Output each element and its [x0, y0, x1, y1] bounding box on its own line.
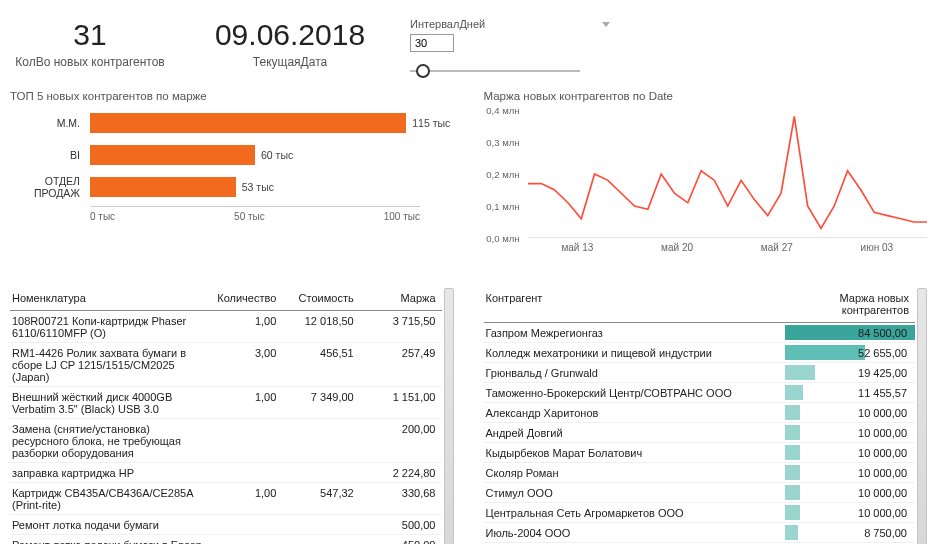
y-tick: 0,4 млн — [486, 105, 519, 116]
x-tick: май 27 — [761, 242, 793, 260]
table-row[interactable]: RM1-4426 Ролик захвата бумаги в сборе LJ… — [10, 343, 442, 387]
cell-margin: 10 000,00 — [785, 443, 915, 463]
card-new-counterparties: 31 КолВо новых контрагентов — [10, 18, 170, 69]
cell-margin: 10 000,00 — [785, 403, 915, 423]
table-row[interactable]: Июль-2004 ООО8 750,00 — [484, 523, 916, 543]
cell-counterparty: Александр Харитонов — [484, 403, 785, 423]
cell-counterparty: Таможенно-Брокерский Центр/СОВТРАНС ООО — [484, 383, 785, 403]
card-current-date: 09.06.2018 ТекущаяДата — [210, 18, 370, 69]
cell-cost: 547,32 — [282, 483, 359, 515]
table-row[interactable]: Газпром Межрегионгаз84 500,00 — [484, 323, 916, 343]
bar-М.М.[interactable]: М.М.115 тыс — [90, 110, 454, 136]
bar-ОТДЕЛ ПРОДАЖ[interactable]: ОТДЕЛ ПРОДАЖ53 тыс — [90, 174, 454, 200]
table-nomenclature[interactable]: НоменклатураКоличествоСтоимостьМаржа108R… — [10, 288, 454, 544]
col-header[interactable]: Стоимость — [282, 288, 359, 311]
bar-rect[interactable] — [90, 177, 236, 197]
cell-qty — [215, 515, 282, 535]
cell-qty — [215, 535, 282, 545]
cell-cost — [282, 535, 359, 545]
line-series[interactable] — [528, 116, 928, 228]
col-header[interactable]: Контрагент — [484, 288, 785, 323]
cell-margin: 1 151,00 — [360, 387, 442, 419]
x-tick: июн 03 — [861, 242, 894, 260]
chart-title: ТОП 5 новых контрагентов по марже — [10, 90, 454, 102]
scrollbar[interactable] — [917, 288, 927, 544]
bar-category: ОТДЕЛ ПРОДАЖ — [10, 175, 80, 199]
x-tick: 50 тыс — [234, 211, 265, 222]
cell-cost: 456,51 — [282, 343, 359, 387]
cell-margin: 19 425,00 — [785, 363, 915, 383]
table-row[interactable]: Ремонт лотка подачи бумаги500,00 — [10, 515, 442, 535]
x-tick: май 13 — [561, 242, 593, 260]
chevron-down-icon[interactable] — [602, 22, 610, 27]
col-header[interactable]: Маржа — [360, 288, 442, 311]
cell-name: Ремонт лотка подачи бумаги в Epson — [10, 535, 215, 545]
cell-qty: 1,00 — [215, 387, 282, 419]
cell-name: заправка картриджа HP — [10, 463, 215, 483]
table-row[interactable]: Замена (снятие/установка) ресурсного бло… — [10, 419, 442, 463]
cell-qty: 1,00 — [215, 483, 282, 515]
table-row[interactable]: Ремонт лотка подачи бумаги в Epson450,00 — [10, 535, 442, 545]
scrollbar[interactable] — [444, 288, 454, 544]
bar-rect[interactable] — [90, 145, 255, 165]
table-row[interactable]: Таможенно-Брокерский Центр/СОВТРАНС ООО1… — [484, 383, 916, 403]
col-header[interactable]: Номенклатура — [10, 288, 215, 311]
cell-cost: 12 018,50 — [282, 311, 359, 343]
col-header[interactable]: Количество — [215, 288, 282, 311]
bar-rect[interactable] — [90, 113, 406, 133]
table-row[interactable]: Стимул ООО10 000,00 — [484, 483, 916, 503]
cell-qty: 3,00 — [215, 343, 282, 387]
slicer-slider[interactable] — [410, 62, 580, 80]
table-counterparty-margin[interactable]: КонтрагентМаржа новых контрагентовГазпро… — [484, 288, 928, 544]
cell-margin: 257,49 — [360, 343, 442, 387]
cell-counterparty: Грюнвальд / Grunwald — [484, 363, 785, 383]
cell-margin: 11 455,57 — [785, 383, 915, 403]
table-row[interactable]: Кыдырбеков Марат Болатович10 000,00 — [484, 443, 916, 463]
cell-counterparty: Газпром Межрегионгаз — [484, 323, 785, 343]
cell-counterparty: Колледж мехатроники и пищевой индустрии — [484, 343, 785, 363]
cell-qty — [215, 419, 282, 463]
x-tick: май 20 — [661, 242, 693, 260]
cell-counterparty: Стимул ООО — [484, 483, 785, 503]
cell-name: Внешний жёсткий диск 4000GB Verbatim 3.5… — [10, 387, 215, 419]
table-row[interactable]: Центральная Сеть Агромаркетов ООО10 000,… — [484, 503, 916, 523]
card-value: 09.06.2018 — [210, 18, 370, 51]
table-row[interactable]: 108R00721 Копи-картридж Phaser 6110/6110… — [10, 311, 442, 343]
cell-counterparty: Андрей Довгий — [484, 423, 785, 443]
cell-margin: 10 000,00 — [785, 483, 915, 503]
y-tick: 0,0 млн — [486, 233, 519, 244]
table-row[interactable]: Андрей Довгий10 000,00 — [484, 423, 916, 443]
table-row[interactable]: Внешний жёсткий диск 4000GB Verbatim 3.5… — [10, 387, 442, 419]
cell-margin: 10 000,00 — [785, 503, 915, 523]
cell-name: RM1-4426 Ролик захвата бумаги в сборе LJ… — [10, 343, 215, 387]
y-tick: 0,3 млн — [486, 137, 519, 148]
table-row[interactable]: Грюнвальд / Grunwald19 425,00 — [484, 363, 916, 383]
table-row[interactable]: Колледж мехатроники и пищевой индустрии5… — [484, 343, 916, 363]
cell-margin: 10 000,00 — [785, 423, 915, 443]
table-row[interactable]: Картридж CB435A/CB436A/CE285A (Print-rit… — [10, 483, 442, 515]
cell-margin: 450,00 — [360, 535, 442, 545]
slider-thumb[interactable] — [416, 64, 430, 78]
bar-BI[interactable]: BI60 тыс — [90, 142, 454, 168]
bar-category: BI — [10, 149, 80, 161]
cell-name: Замена (снятие/установка) ресурсного бло… — [10, 419, 215, 463]
table-row[interactable]: Александр Харитонов10 000,00 — [484, 403, 916, 423]
slicer-interval-days[interactable]: ИнтервалДней — [410, 18, 610, 80]
bar-chart-top5[interactable]: ТОП 5 новых контрагентов по марже М.М.11… — [10, 90, 454, 260]
cell-cost — [282, 419, 359, 463]
table-row[interactable]: Сколяр Роман10 000,00 — [484, 463, 916, 483]
cell-margin: 500,00 — [360, 515, 442, 535]
y-tick: 0,2 млн — [486, 169, 519, 180]
table-row[interactable]: заправка картриджа HP2 224,80 — [10, 463, 442, 483]
bar-value-label: 53 тыс — [242, 181, 274, 193]
line-chart-margin-by-date[interactable]: Маржа новых контрагентов по Date 0,0 млн… — [484, 90, 928, 260]
col-header[interactable]: Маржа новых контрагентов — [785, 288, 915, 323]
cell-margin: 84 500,00 — [785, 323, 915, 343]
x-tick: 100 тыс — [384, 211, 420, 222]
cell-margin: 3 715,50 — [360, 311, 442, 343]
cell-margin: 10 000,00 — [785, 463, 915, 483]
cell-margin: 52 655,00 — [785, 343, 915, 363]
bar-category: М.М. — [10, 117, 80, 129]
cell-qty: 1,00 — [215, 311, 282, 343]
slicer-value-input[interactable] — [410, 34, 454, 52]
